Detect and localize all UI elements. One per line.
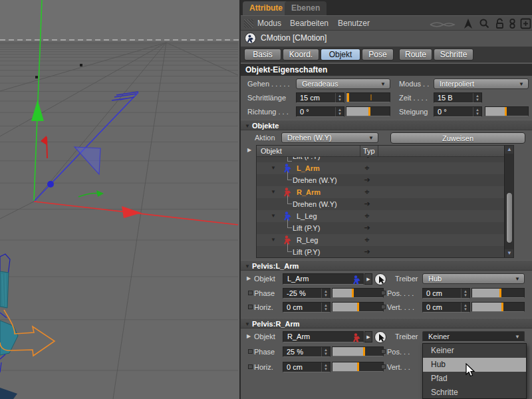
stepper-icon[interactable]: ▲▼ <box>461 289 469 298</box>
table-row[interactable]: Lift (P.Y) ➔ <box>257 246 504 258</box>
pick-object-button[interactable] <box>374 273 386 285</box>
field-phase-l[interactable]: -25 % ▲▼ <box>283 288 331 299</box>
stepper-icon[interactable]: ▲▼ <box>473 93 481 102</box>
expander-icon[interactable]: ▼ <box>271 213 276 219</box>
tree-item-label[interactable]: Drehen (W.Y) <box>293 176 337 185</box>
stepper-icon[interactable]: ▲▼ <box>321 289 330 298</box>
checkbox-vert-l[interactable] <box>381 305 386 309</box>
col-header-objekt[interactable]: Objekt <box>261 146 282 157</box>
tab-attribute[interactable]: Attribute <box>243 1 289 15</box>
panel-grip-handle[interactable] <box>244 19 253 28</box>
new-panel-icon[interactable] <box>520 18 531 29</box>
dropdown-option-schritte[interactable]: Schritte <box>423 386 526 399</box>
menu-benutzer[interactable]: Benutzer <box>338 16 370 31</box>
tree-item-label[interactable]: L_Arm <box>297 164 320 173</box>
slider-richtung[interactable] <box>346 106 390 116</box>
field-pos-l[interactable]: 0 cm ▲▼ <box>422 288 470 299</box>
lock-open-icon[interactable] <box>495 18 505 29</box>
tab-schritte[interactable]: Schritte <box>434 49 473 61</box>
viewport-3d[interactable] <box>0 0 239 399</box>
tab-koord[interactable]: Koord. <box>283 49 319 61</box>
menu-bearbeiten[interactable]: Bearbeiten <box>290 16 329 31</box>
dropdown-modus[interactable]: Interpoliert▼ <box>434 78 529 89</box>
row-expand-triangle[interactable]: ▶ <box>247 333 251 339</box>
objekt-link-field-l-arm[interactable]: L_Arm <box>283 273 364 285</box>
slider-schrittlaenge[interactable] <box>346 92 390 102</box>
slider-steigung[interactable] <box>485 106 529 116</box>
field-phase-r[interactable]: 25 % ▲▼ <box>283 346 331 357</box>
link-menu-button[interactable]: ▶ <box>364 273 372 285</box>
dropdown-gehen[interactable]: Geradeaus▼ <box>296 78 390 89</box>
tree-item-label[interactable]: R_Arm <box>297 188 321 197</box>
tree-item-label[interactable]: Drehen (W.Y) <box>293 200 337 209</box>
cursor-tool-icon[interactable] <box>463 18 473 29</box>
table-row[interactable]: ▼ L_Leg ⌖ <box>257 210 504 222</box>
slider-horiz-r[interactable] <box>332 362 384 372</box>
stepper-icon[interactable]: ▲▼ <box>335 107 344 116</box>
stepper-icon[interactable]: ▲▼ <box>321 362 330 372</box>
checkbox-pos-r[interactable] <box>381 349 386 354</box>
objekt-link-field-r-arm[interactable]: R_Arm <box>283 331 364 342</box>
field-richtung[interactable]: 0 ° ▲▼ <box>296 106 344 117</box>
stepper-icon[interactable]: ▲▼ <box>473 107 481 116</box>
field-zeit[interactable]: 15 B ▲▼ <box>434 92 482 103</box>
section-header-pelvis-r-arm[interactable]: ▼Pelvis:R_Arm <box>241 318 532 329</box>
search-icon[interactable] <box>479 18 489 29</box>
tree-item-label[interactable]: Lift (P.Y) <box>293 223 320 233</box>
slider-vert-l[interactable] <box>471 302 525 312</box>
pick-object-button[interactable] <box>374 331 386 343</box>
field-horiz-r[interactable]: 0 cm ▲▼ <box>283 362 331 372</box>
tree-item-label[interactable]: R_Leg <box>297 235 318 245</box>
table-expand-triangle[interactable]: ▶ <box>247 147 251 153</box>
menu-modus[interactable]: Modus <box>257 16 281 31</box>
section-header-pelvis-l-arm[interactable]: ▼Pelvis:L_Arm <box>241 260 532 271</box>
section-header-objekte[interactable]: ▼Objekte <box>241 120 532 130</box>
table-scrollbar[interactable]: ▲ ▼ <box>504 146 513 257</box>
tab-pose[interactable]: Pose <box>362 49 394 61</box>
checkbox-vert-r[interactable] <box>381 364 386 369</box>
stepper-icon[interactable]: ▲▼ <box>321 347 330 356</box>
expander-icon[interactable]: ▼ <box>271 165 276 172</box>
field-horiz-l[interactable]: 0 cm ▲▼ <box>283 302 331 313</box>
checkbox-pos-l[interactable] <box>381 291 386 295</box>
tree-item-label[interactable]: Lift (P.Y) <box>293 247 320 257</box>
history-icon[interactable] <box>508 18 517 29</box>
dropdown-aktion[interactable]: Drehen (W.Y)▼ <box>281 132 378 143</box>
col-header-typ[interactable]: Typ <box>363 146 375 157</box>
stepper-icon[interactable]: ▲▼ <box>321 303 330 312</box>
slider-phase-r[interactable] <box>332 346 384 356</box>
stepper-icon[interactable]: ▲▼ <box>461 303 469 312</box>
grid-handle-dot[interactable] <box>35 76 38 78</box>
link-menu-button[interactable]: ▶ <box>364 331 372 342</box>
tab-basis[interactable]: Basis <box>244 49 281 61</box>
table-row[interactable]: Drehen (W.Y) ➔ <box>257 198 504 210</box>
tab-objekt[interactable]: Objekt <box>321 49 360 61</box>
expander-icon[interactable]: ▼ <box>271 189 276 196</box>
dropdown-treiber-r-arm[interactable]: Keiner▼ <box>422 331 525 342</box>
slider-pos-l[interactable] <box>471 288 525 298</box>
slider-horiz-l[interactable] <box>332 302 384 312</box>
dropdown-option-keiner[interactable]: Keiner <box>423 344 526 358</box>
table-row[interactable]: Lift (P.Y) ➔ <box>257 157 504 162</box>
table-row[interactable]: Drehen (W.Y) ➔ <box>257 174 504 186</box>
tab-ebenen[interactable]: Ebenen <box>285 1 327 15</box>
dropdown-treiber-l-arm[interactable]: Hub▼ <box>422 273 525 284</box>
field-vert-l[interactable]: 0 cm ▲▼ <box>422 302 470 313</box>
slider-phase-l[interactable] <box>332 288 384 298</box>
row-expand-triangle[interactable]: ▶ <box>247 275 251 281</box>
grid-handle-dot[interactable] <box>80 64 82 66</box>
table-row[interactable]: Lift (P.Y) ➔ <box>257 222 504 234</box>
checkbox-horiz-r[interactable] <box>248 364 253 369</box>
checkbox-phase-l[interactable] <box>248 291 253 295</box>
scroll-up-icon[interactable]: ▲ <box>505 146 514 154</box>
checkbox-phase-r[interactable] <box>248 349 253 354</box>
field-schrittlaenge[interactable]: 15 cm ▲▼ <box>296 92 344 103</box>
tab-route[interactable]: Route <box>399 49 432 61</box>
table-row[interactable]: ▼ L_Arm ⌖ <box>257 162 504 174</box>
tree-item-label[interactable]: L_Leg <box>297 211 317 221</box>
zuweisen-button[interactable]: Zuweisen <box>390 132 525 144</box>
checkbox-horiz-l[interactable] <box>248 305 253 309</box>
tree-item-label[interactable]: Lift (P.Y) <box>293 157 320 161</box>
field-steigung[interactable]: 0 ° ▲▼ <box>434 106 482 117</box>
stepper-icon[interactable]: ▲▼ <box>335 93 344 102</box>
